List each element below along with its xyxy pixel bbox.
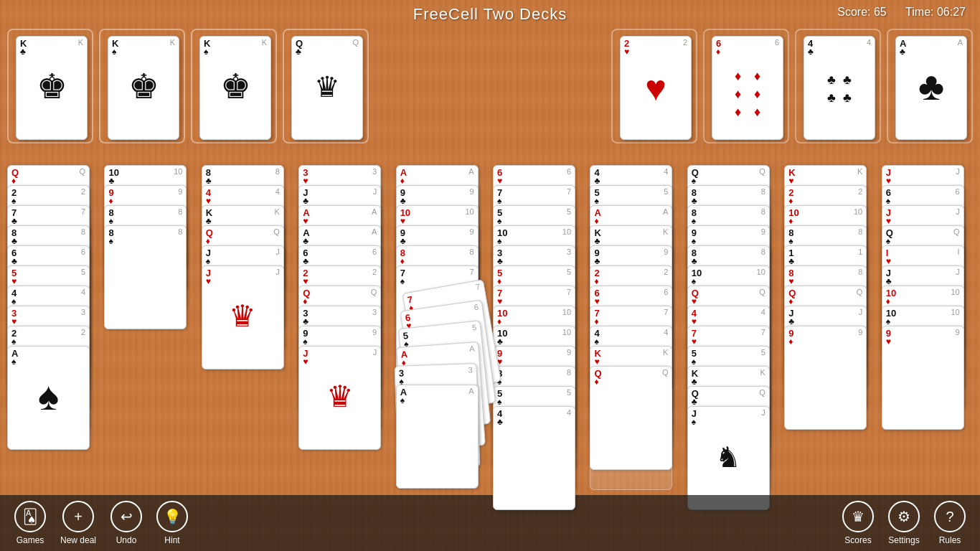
toolbar: 🂡 Games + New deal ↩ Undo 💡 Hint ♛ Score… [0,495,980,551]
undo-label: Undo [116,535,137,545]
free-card-2[interactable]: K ♠ K ♚ [108,36,179,140]
table-row[interactable]: 4♣4 [493,406,575,510]
rules-label: Rules [939,535,961,545]
toolbar-right: ♛ Scores ⚙ Settings ? Rules [842,501,966,545]
tableau-col-8[interactable]: Q♠Q 8♣8 8♠8 9♠9 8♣8 10♠10 Q♥Q 4♥4 7♥7 5♠… [687,165,778,494]
scores-label: Scores [844,535,871,545]
free-cell-4[interactable]: Q ♣ Q ♛ [283,29,369,143]
tableau-col-3[interactable]: 8♣8 4♥4 K♣K ♚ Q♦Q J♠J J♥J ♛ [202,165,293,494]
free-cell-3[interactable]: K ♠ K ♚ [191,29,277,143]
new-deal-label: New deal [60,535,96,545]
undo-button[interactable]: ↩ Undo [110,501,142,545]
settings-label: Settings [888,535,919,545]
foundation-1[interactable]: 2 ♥ 2 ♥ [611,29,697,143]
undo-icon: ↩ [110,501,142,532]
top-area: K ♣ K ♚ K ♠ K ♚ K ♠ K ♚ Q ♣ Q ♛ [7,29,973,158]
games-button[interactable]: 🂡 Games [14,501,46,545]
games-icon: 🂡 [14,501,46,532]
table-row[interactable]: J♥J ♛ [298,346,381,450]
free-card-3[interactable]: K ♠ K ♚ [199,36,271,140]
foundation-card-1[interactable]: 2 ♥ 2 ♥ [620,36,692,140]
tableau-col-6[interactable]: 6♥6 7♠7 5♠5 10♠10 3♣3 5♦5 7♥7 10♦10 10♣1… [493,165,584,494]
tableau-col-5[interactable]: A♦A 9♣9 10♥10 9♣9 8♦8 7♠7 7♦7 6♥6 5♠5 A♦… [396,165,487,494]
header: FreeCell Two Decks Score: 65 Time: 06:27 [0,0,980,29]
time-display: Time: 06:27 [905,6,966,18]
score-time: Score: 65 Time: 06:27 [837,6,966,19]
tableau-col-4[interactable]: 3♥3 J♣J A♥A A♣A 6♣6 2♥2 Q♦Q 3♣3 9♠9 J♥J … [298,165,390,494]
games-label: Games [17,535,44,545]
foundation-card-3[interactable]: 4 ♣ 4 ♣ ♣ ♣ ♣ [804,36,875,140]
game-title: FreeCell Two Decks [413,5,567,24]
tableau-col-1[interactable]: Q♦Q Q 2♠2 7♣7 8♣8 6♣6 5♥5 4♠4 3♥3 [7,165,98,494]
table-row[interactable]: 9♦9 [784,326,867,430]
hint-icon: 💡 [156,501,188,532]
foundation-3[interactable]: 4 ♣ 4 ♣ ♣ ♣ ♣ [795,29,881,143]
table-row[interactable]: A♠ ♠ [7,346,90,450]
foundation-card-2[interactable]: 6 ♦ 6 ♦ ♦ ♦ ♦ ♦ ♦ [712,36,783,140]
free-card-1[interactable]: K ♣ K ♚ [16,36,88,140]
table-row[interactable]: J♥J ♛ [202,265,284,369]
table-row[interactable]: 9♥9 [882,326,964,430]
tableau-col-9[interactable]: K♥K 2♦2 10♦10 8♠8 1♣1 8♥8 Q♦Q J♣J 9♦9 [784,165,875,494]
hint-label: Hint [164,535,179,545]
settings-icon: ⚙ [888,501,920,532]
rules-button[interactable]: ? Rules [934,501,966,545]
free-cell-1[interactable]: K ♣ K ♚ [7,29,93,143]
scores-icon: ♛ [842,501,874,532]
top-spacer [374,29,606,158]
tableau-col-7[interactable]: 4♣4 5♠5 A♦A K♣K 9♣9 2♦2 6♥6 7♦7 4♠4 K♥K [590,165,681,494]
tableau-col-10[interactable]: J♥J 6♠6 J♥J Q♠Q I♥I J♣J 10♦10 10♠10 9♥9 [882,165,973,494]
foundation-2[interactable]: 6 ♦ 6 ♦ ♦ ♦ ♦ ♦ ♦ [703,29,789,143]
score-display: Score: 65 [837,6,886,18]
rules-icon: ? [934,501,966,532]
free-card-4[interactable]: Q ♣ Q ♛ [291,36,363,140]
free-cell-2[interactable]: K ♠ K ♚ [99,29,185,143]
hint-button[interactable]: 💡 Hint [156,501,188,545]
foundation-card-4[interactable]: A ♣ A ♣ [895,36,967,140]
foundation-4[interactable]: A ♣ A ♣ [887,29,973,143]
tableau: Q♦Q Q 2♠2 7♣7 8♣8 6♣6 5♥5 4♠4 3♥3 [7,165,973,494]
table-row[interactable]: 8♠8 [104,225,187,329]
table-row[interactable]: A♠A [396,385,479,489]
tableau-col-2[interactable]: 10♣10 9♦9 8♠8 8♠8 [104,165,195,494]
new-deal-icon: + [62,501,94,532]
scores-button[interactable]: ♛ Scores [842,501,874,545]
empty-slot [590,386,672,490]
new-deal-button[interactable]: + New deal [60,501,96,545]
settings-button[interactable]: ⚙ Settings [888,501,920,545]
